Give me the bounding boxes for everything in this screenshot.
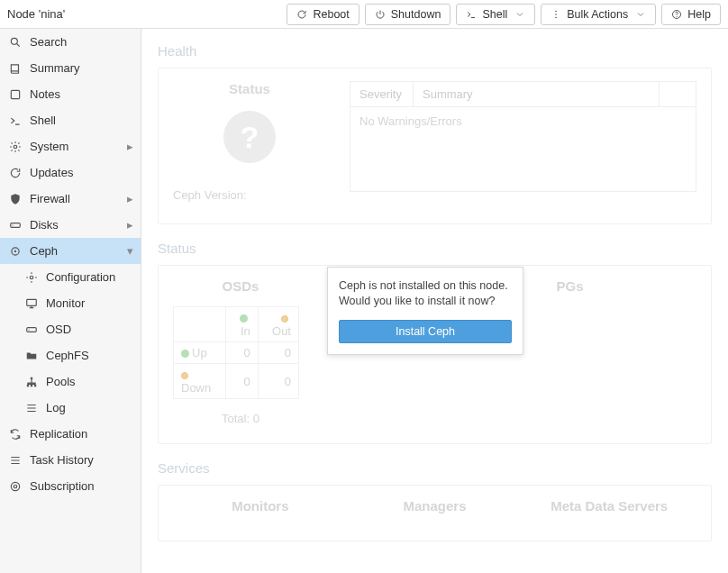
sidebar-label: Firewall: [30, 192, 70, 205]
sidebar-item-updates[interactable]: Updates: [0, 159, 141, 186]
topbar: Node 'nina' Reboot Shutdown Shell Bulk A…: [0, 0, 728, 29]
svg-rect-18: [31, 384, 32, 386]
sidebar-item-task-history[interactable]: Task History: [0, 447, 141, 473]
svg-point-4: [677, 16, 678, 17]
sidebar-label: Configuration: [46, 270, 115, 284]
sidebar-item-ceph-osd[interactable]: OSD: [0, 316, 141, 342]
sidebar-item-summary[interactable]: Summary: [0, 55, 141, 81]
sidebar-item-replication[interactable]: Replication: [0, 421, 141, 447]
sidebar-item-subscription[interactable]: Subscription: [0, 473, 141, 499]
col-severity: Severity: [350, 82, 414, 106]
status-column: Status ? Ceph Version:: [173, 81, 326, 202]
help-label: Help: [687, 8, 711, 21]
dot-green-icon: [240, 314, 248, 323]
svg-point-2: [555, 16, 557, 18]
sidebar-label: Updates: [30, 166, 73, 179]
svg-rect-19: [34, 384, 36, 386]
sidebar-item-ceph-cephfs[interactable]: CephFS: [0, 342, 141, 368]
list-icon: [9, 454, 22, 467]
chevron-down-icon: ▾: [127, 244, 133, 258]
sidebar-label: Disks: [30, 218, 59, 232]
sidebar-item-disks[interactable]: Disks ▸: [0, 212, 141, 238]
help-button[interactable]: Help: [661, 4, 721, 25]
svg-point-0: [555, 10, 557, 12]
sidebar-item-ceph[interactable]: Ceph ▾: [0, 238, 141, 264]
install-ceph-button[interactable]: Install Ceph: [339, 320, 512, 343]
svg-point-21: [14, 485, 17, 488]
note-icon: [9, 88, 22, 101]
svg-point-1: [555, 14, 557, 15]
col-spacer: [660, 82, 696, 106]
sidebar-label: System: [30, 140, 68, 153]
chevron-down-icon: [635, 9, 646, 20]
sidebar-label: CephFS: [46, 349, 89, 362]
sidebar-item-ceph-log[interactable]: Log: [0, 395, 141, 421]
power-icon: [375, 9, 386, 20]
chevron-down-icon: [514, 9, 525, 20]
shutdown-button[interactable]: Shutdown: [365, 4, 451, 25]
sidebar-item-ceph-monitor[interactable]: Monitor: [0, 290, 141, 316]
sidebar-label: Subscription: [30, 479, 95, 493]
col-summary: Summary: [414, 82, 660, 106]
sidebar-item-shell[interactable]: Shell: [0, 107, 141, 133]
sync-icon: [9, 428, 22, 441]
chevron-right-icon: ▸: [127, 192, 133, 205]
services-managers: Managers: [348, 498, 523, 514]
osds-row-down: Down: [174, 364, 226, 399]
sidebar-item-ceph-pools[interactable]: Pools: [0, 368, 141, 395]
node-title: Node 'nina': [7, 7, 65, 21]
services-section-title: Services: [158, 460, 712, 476]
services-mds: Meta Data Servers: [522, 498, 696, 514]
gear-icon: [25, 271, 38, 284]
svg-point-5: [11, 38, 17, 44]
reboot-button[interactable]: Reboot: [287, 4, 359, 25]
chevron-right-icon: ▸: [127, 218, 133, 232]
sidebar-item-system[interactable]: System ▸: [0, 133, 141, 159]
osds-total: Total: 0: [173, 412, 308, 425]
osds-row-up: Up: [174, 342, 226, 364]
sidebar-item-search[interactable]: Search: [0, 29, 141, 55]
osds-up-in: 0: [225, 342, 258, 364]
svg-rect-14: [27, 327, 37, 332]
sidebar-label: Task History: [30, 453, 94, 467]
dot-green-icon: [181, 350, 189, 358]
chevron-right-icon: ▸: [127, 140, 133, 153]
folder-icon: [25, 350, 38, 362]
gear-icon: [9, 141, 22, 153]
reboot-icon: [296, 9, 307, 20]
svg-point-9: [13, 224, 14, 225]
terminal-icon: [9, 114, 22, 127]
shell-label: Shell: [482, 8, 507, 21]
health-section-title: Health: [158, 43, 712, 59]
ceph-icon: [9, 245, 22, 258]
svg-rect-13: [27, 299, 37, 305]
sidebar-item-firewall[interactable]: Firewall ▸: [0, 186, 141, 212]
services-monitors: Monitors: [173, 498, 348, 514]
sidebar-label: Summary: [30, 61, 80, 75]
osds-table: In Out Up 0 0 Down 0 0: [173, 306, 299, 399]
list-icon: [25, 402, 38, 414]
osds-col-in: In: [225, 307, 258, 342]
reboot-label: Reboot: [313, 8, 349, 21]
health-table-head: Severity Summary: [350, 81, 696, 107]
ceph-version-label: Ceph Version:: [173, 188, 326, 202]
content: Health Status ? Ceph Version: Severity S…: [141, 29, 728, 573]
sidebar: Search Summary Notes Shell System ▸ Upda…: [0, 29, 141, 573]
health-panel: Status ? Ceph Version: Severity Summary …: [158, 68, 712, 224]
sidebar-item-notes[interactable]: Notes: [0, 81, 141, 107]
book-icon: [9, 62, 22, 75]
services-row: Monitors Managers Meta Data Servers: [173, 498, 696, 514]
services-panel: Monitors Managers Meta Data Servers: [158, 485, 712, 541]
refresh-icon: [9, 167, 22, 179]
svg-point-20: [11, 482, 19, 490]
sidebar-item-ceph-configuration[interactable]: Configuration: [0, 264, 141, 290]
bulk-actions-dropdown[interactable]: Bulk Actions: [541, 4, 656, 25]
sidebar-label: Shell: [30, 114, 56, 127]
more-vertical-icon: [551, 9, 561, 20]
svg-rect-17: [27, 384, 29, 386]
terminal-icon: [466, 9, 477, 20]
osds-down-in: 0: [225, 364, 258, 399]
shell-dropdown[interactable]: Shell: [456, 4, 535, 25]
install-ceph-modal: Ceph is not installed on this node. Woul…: [327, 267, 523, 355]
search-icon: [9, 36, 22, 49]
